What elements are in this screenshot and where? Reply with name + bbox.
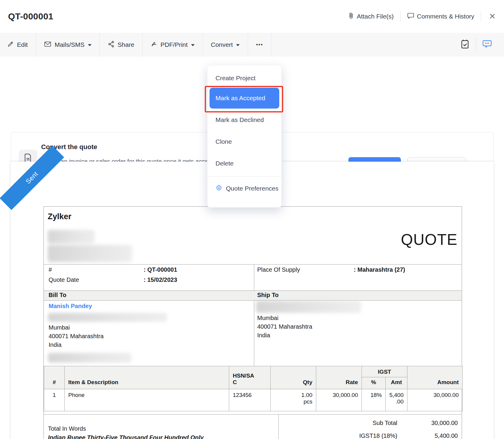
edit-button[interactable]: Edit [0,33,36,57]
page-title: QT-000001 [8,0,53,33]
subtotal-label: Sub Total [373,420,397,426]
items-table: # Item & Description HSN/SAC Qty Rate IG… [44,366,463,411]
mails-sms-button[interactable]: Mails/SMS [36,33,100,57]
header-divider [400,11,401,21]
menu-item-mark-as-accepted[interactable]: Mark as Accepted [210,88,279,109]
chat-feedback-button[interactable] [476,40,499,50]
redacted-email [48,353,131,363]
convert-menu-button[interactable]: Convert [203,33,248,57]
mails-sms-label: Mails/SMS [55,41,84,48]
edit-label: Edit [17,41,28,48]
envelope-icon [44,41,51,49]
col-header-item: Item & Description [65,366,229,389]
item-num: 1 [44,389,65,411]
tasks-clipboard-button[interactable] [454,39,476,50]
menu-item-delete[interactable]: Delete [207,152,281,175]
redacted-shipping-name [256,301,361,313]
col-header-qty: Qty [271,366,316,389]
app-header: QT-000001 Attach File(s) Comments & Hist… [0,0,504,33]
customer-name-link[interactable]: Manish Pandey [49,303,92,310]
igst-row: IGST18 (18%) 5,400.00 [278,432,462,439]
divider [44,264,462,265]
ship-city: Mumbai [257,315,278,321]
col-header-num: # [44,366,65,389]
ship-zip-state: 400071 Maharashtra [257,323,312,330]
share-icon [108,41,114,49]
toolbar: Edit Mails/SMS Share PDF/Print Convert [0,33,504,57]
ship-to-label: Ship To [257,292,279,299]
more-actions-dropdown: Create Project Mark as Accepted Mark as … [207,65,282,208]
clipboard-check-icon [460,39,469,50]
subtotal-value: 30,000.00 [397,420,462,426]
pencil-icon [7,41,14,49]
convert-label: Convert [211,41,233,48]
col-header-hsn: HSN/SAC [229,366,271,389]
total-in-words-label: Total In Words [48,425,86,432]
ship-country: India [257,332,270,339]
menu-divider [207,176,281,177]
redacted-company-address [48,230,95,244]
redacted-billing-address [48,313,167,322]
company-name: Zylker [48,212,72,221]
content-area: Convert the quote Create an invoice or s… [0,57,504,439]
item-igst-pct: 18% [362,389,386,411]
comments-history-button[interactable]: Comments & History [407,13,474,21]
pdf-icon [151,41,157,49]
share-label: Share [118,41,134,48]
comment-bubble-icon [407,13,414,21]
quote-number-value: : QT-000001 [144,266,177,273]
quote-date-label: Quote Date [49,276,79,283]
col-header-amount: Amount [407,366,463,389]
header-actions: Attach File(s) Comments & History ✕ [348,0,497,33]
item-hsn: 123456 [229,389,271,411]
col-header-igst-group: IGST [362,366,407,377]
item-qty: 1.00 pcs [271,389,316,411]
pdf-print-button[interactable]: PDF/Print [143,33,203,57]
bill-to-label: Bill To [49,292,66,299]
item-igst-amt: 5,400 .00 [386,389,407,411]
paperclip-icon [348,12,354,21]
divider [254,264,254,366]
chat-bubble-icon [482,40,492,50]
menu-item-quote-preferences[interactable]: Quote Preferences [207,178,281,199]
attach-files-button[interactable]: Attach File(s) [348,12,394,21]
chevron-down-icon [191,44,195,46]
document-type-heading: QUOTE [401,231,458,248]
more-actions-button[interactable]: ••• [248,33,272,57]
col-header-igst-pct: % [362,377,386,389]
comments-history-label: Comments & History [417,13,474,20]
menu-item-mark-as-declined[interactable]: Mark as Declined [207,109,281,131]
chevron-down-icon [88,44,92,46]
quote-detail-page: QT-000001 Attach File(s) Comments & Hist… [0,0,504,439]
pdf-print-label: PDF/Print [161,41,188,48]
item-amount: 30,000.00 [407,389,463,411]
share-button[interactable]: Share [100,33,143,57]
place-of-supply-value: : Maharashtra (27) [354,266,405,273]
menu-item-clone[interactable]: Clone [207,131,281,152]
chevron-down-icon [236,44,240,46]
quote-preferences-label: Quote Preferences [226,185,278,192]
totals-section: Total In Words Indian Rupee Thirty-Five … [44,414,462,439]
igst-value: 5,400.00 [397,432,462,439]
close-button[interactable]: ✕ [488,12,497,21]
header-divider [481,11,481,21]
bill-country: India [49,341,61,348]
igst-label: IGST18 (18%) [359,432,397,439]
bill-zip-state: 400071 Maharashtra [49,333,104,340]
place-of-supply-label: Place Of Supply [257,266,300,273]
col-header-rate: Rate [316,366,362,389]
bill-ship-header-band [44,290,462,301]
subtotal-row: Sub Total 30,000.00 [278,420,462,426]
item-name: Phone [65,389,229,411]
gear-icon [215,184,222,193]
menu-item-create-project[interactable]: Create Project [207,69,281,87]
toolbar-right [454,33,499,57]
total-in-words-value: Indian Rupee Thirty-Five Thousand Four H… [48,434,204,439]
item-rate: 30,000.00 [316,389,362,411]
quote-date-value: : 15/02/2023 [144,276,177,283]
quote-document: Zylker QUOTE # : QT-000001 Quote Date : … [44,206,462,439]
quote-number-label: # [49,266,52,273]
bill-city: Mumbai [49,324,70,331]
col-header-igst-amt: Amt [386,377,407,389]
attach-files-label: Attach File(s) [357,13,394,20]
